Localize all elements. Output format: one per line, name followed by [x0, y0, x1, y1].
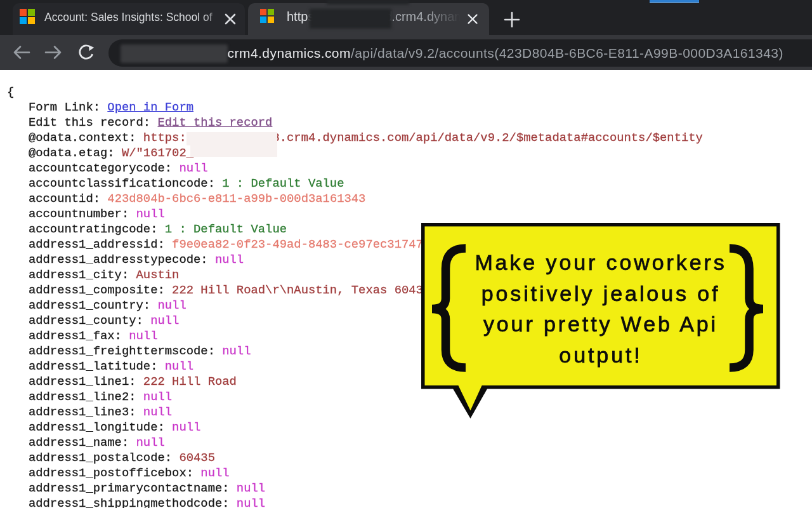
- svg-text:your pretty Web Api: your pretty Web Api: [483, 312, 718, 336]
- svg-text:output!: output!: [559, 343, 642, 367]
- svg-text:Make your coworkers: Make your coworkers: [475, 250, 726, 274]
- svg-text:positively jealous of: positively jealous of: [481, 281, 721, 305]
